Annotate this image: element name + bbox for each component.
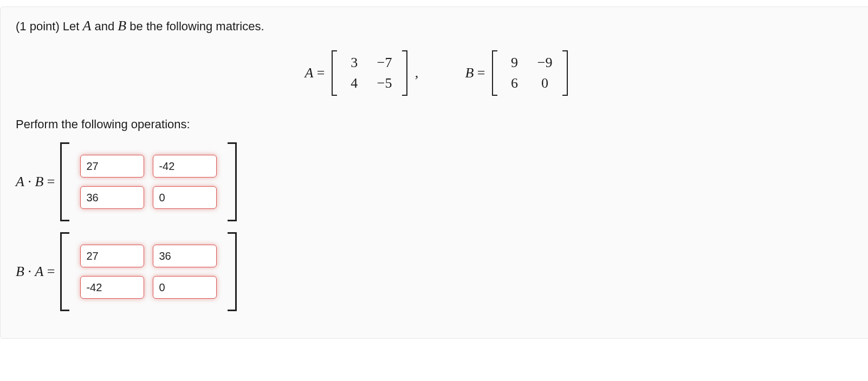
matrix-A-label: A = [305,65,325,81]
A-cell-1-1: −5 [370,73,400,94]
matrix-A-bracket: 3 −7 4 −5 [332,50,407,96]
points: (1 point) [16,19,63,33]
matrix-definitions: A = 3 −7 4 −5 , B = [16,50,860,96]
intro-and: and [91,19,118,33]
matrix-B-table: 9 −9 6 0 [500,52,560,94]
intro-tail: be the following matrices. [126,19,264,33]
matrix-B-bracket: 9 −9 6 0 [492,50,568,96]
A-cell-1-0: 4 [339,73,370,94]
A-cell-0-1: −7 [370,52,400,73]
comma: , [415,65,419,81]
BA-input-1-0[interactable] [80,276,144,299]
problem-intro: (1 point) Let A and B be the following m… [16,18,860,34]
answer-BA-bracket [60,232,237,311]
problem-container: (1 point) Let A and B be the following m… [0,6,868,339]
answer-AB-label: A · B = [16,174,55,190]
BA-input-1-1[interactable] [153,276,217,299]
matrix-A-table: 3 −7 4 −5 [339,52,400,94]
AB-input-0-0[interactable] [80,155,144,178]
answer-AB-bracket [60,142,237,221]
answer-AB-row: A · B = [16,142,860,221]
intro-let: Let [63,19,83,33]
var-B: B [118,18,126,34]
matrix-B-def: B = 9 −9 6 0 [465,50,571,96]
BA-input-0-1[interactable] [153,245,217,267]
B-cell-0-0: 9 [500,52,530,73]
matrix-A-def: A = 3 −7 4 −5 , [305,50,418,96]
AB-input-0-1[interactable] [153,155,217,178]
B-cell-1-1: 0 [530,73,560,94]
AB-input-1-1[interactable] [153,186,217,209]
B-cell-0-1: −9 [530,52,560,73]
perform-text: Perform the following operations: [16,117,860,132]
AB-input-1-0[interactable] [80,186,144,209]
answer-BA-label: B · A = [16,264,55,280]
BA-input-0-0[interactable] [80,245,144,267]
answer-BA-row: B · A = [16,232,860,311]
var-A: A [83,18,92,34]
matrix-B-label: B = [465,65,485,81]
A-cell-0-0: 3 [339,52,370,73]
B-cell-1-0: 6 [500,73,530,94]
